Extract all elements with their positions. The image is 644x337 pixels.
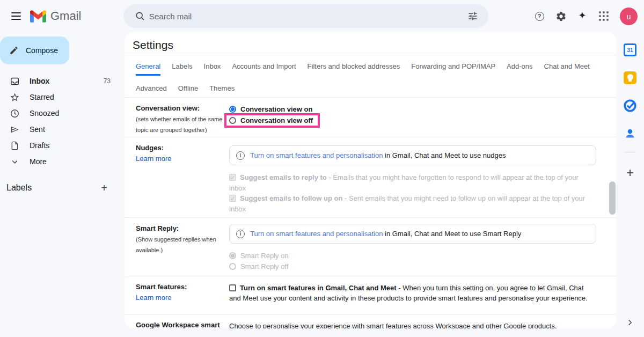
conversation-view-off-option-highlighted[interactable]: Conversation view off bbox=[224, 113, 320, 128]
search-bar[interactable] bbox=[123, 4, 488, 28]
file-icon bbox=[10, 141, 20, 151]
radio-unselected-disabled-icon bbox=[229, 263, 236, 270]
labels-heading: Labels bbox=[6, 183, 32, 193]
send-icon bbox=[10, 124, 20, 135]
settings-header: Settings bbox=[125, 32, 616, 55]
info-icon bbox=[236, 151, 245, 160]
sidebar-item-drafts[interactable]: Drafts bbox=[0, 137, 125, 153]
workspace-smart-label: Google Workspace smart bbox=[136, 321, 225, 328]
tab-forwarding-and-pop-imap[interactable]: Forwarding and POP/IMAP bbox=[411, 62, 495, 76]
gmail-wordmark: Gmail bbox=[50, 9, 81, 23]
suggest-followup-option: Suggest emails to follow up on - Sent em… bbox=[229, 193, 596, 214]
checkbox-unchecked-icon[interactable] bbox=[229, 284, 236, 291]
settings-gear-icon[interactable] bbox=[552, 7, 570, 25]
conversation-view-on-label: Conversation view on bbox=[240, 105, 312, 113]
tab-general[interactable]: General bbox=[136, 62, 160, 76]
tab-inbox[interactable]: Inbox bbox=[204, 62, 221, 76]
suggest-reply-option: Suggest emails to reply to - Emails that… bbox=[229, 172, 596, 193]
radio-selected-disabled-icon bbox=[229, 252, 236, 259]
conversation-view-description: (sets whether emails of the same topic a… bbox=[136, 114, 225, 135]
tab-offline[interactable]: Offline bbox=[178, 84, 198, 96]
tab-labels[interactable]: Labels bbox=[172, 62, 192, 76]
radio-unselected-icon[interactable] bbox=[229, 117, 236, 124]
sidebar-item-label: Sent bbox=[30, 125, 45, 134]
tasks-icon[interactable] bbox=[620, 96, 640, 115]
keep-icon[interactable] bbox=[620, 68, 640, 87]
conversation-view-off-label: Conversation view off bbox=[240, 116, 313, 124]
banner-text: in Gmail, Chat and Meet to use nudges bbox=[383, 151, 506, 159]
checkbox-checked-disabled-icon bbox=[229, 174, 236, 181]
smart-reply-description: (Show suggested replies when available.) bbox=[136, 234, 225, 255]
contacts-icon[interactable] bbox=[620, 124, 640, 143]
smart-reply-smart-features-banner: Turn on smart features and personalisati… bbox=[229, 224, 596, 244]
chevron-down-icon bbox=[10, 157, 20, 167]
vertical-scrollbar[interactable] bbox=[609, 181, 616, 215]
chevron-right-icon[interactable] bbox=[622, 314, 638, 331]
clock-icon bbox=[10, 108, 20, 119]
tab-themes[interactable]: Themes bbox=[209, 84, 235, 96]
smart-features-label: Smart features: bbox=[136, 283, 225, 291]
gemini-sparkle-icon[interactable] bbox=[573, 7, 591, 25]
compose-button[interactable]: Compose bbox=[0, 36, 69, 64]
account-avatar[interactable]: u bbox=[620, 8, 638, 25]
page-title: Settings bbox=[133, 39, 616, 52]
compose-label: Compose bbox=[26, 46, 58, 55]
tab-advanced[interactable]: Advanced bbox=[136, 84, 167, 96]
right-side-panel: 31 + bbox=[616, 32, 644, 337]
sidebar-item-starred[interactable]: Starred bbox=[0, 89, 125, 105]
left-sidebar: Compose Inbox 73 Starred Snoozed Sent Dr… bbox=[0, 32, 125, 337]
smart-reply-label: Smart Reply: bbox=[136, 224, 225, 232]
gmail-m-icon bbox=[30, 10, 46, 23]
search-input[interactable] bbox=[149, 12, 463, 21]
turn-on-smart-features-link[interactable]: Turn on smart features and personalisati… bbox=[250, 151, 383, 159]
google-apps-grid-icon[interactable] bbox=[595, 7, 613, 25]
sidebar-item-label: Starred bbox=[30, 93, 54, 101]
create-label-plus-icon[interactable]: + bbox=[98, 181, 111, 194]
sidebar-item-sent[interactable]: Sent bbox=[0, 121, 125, 137]
smart-reply-off-option-disabled: Smart Reply off bbox=[229, 261, 596, 272]
tab-add-ons[interactable]: Add-ons bbox=[507, 62, 532, 76]
top-bar: Gmail u bbox=[0, 0, 644, 32]
sidebar-item-label: Snoozed bbox=[30, 109, 59, 118]
info-icon bbox=[236, 230, 245, 238]
nudges-label: Nudges: bbox=[136, 144, 225, 152]
setting-row-smart-reply: Smart Reply: (Show suggested replies whe… bbox=[125, 218, 616, 276]
rail-divider bbox=[624, 152, 636, 152]
conversation-view-label: Conversation view: bbox=[136, 104, 225, 112]
setting-row-nudges: Nudges: Learn more Turn on smart feature… bbox=[125, 137, 616, 218]
setting-row-conversation-view: Conversation view: (sets whether emails … bbox=[125, 98, 616, 137]
setting-row-smart-features: Smart features: Learn more Turn on smart… bbox=[125, 276, 616, 314]
sidebar-item-more[interactable]: More bbox=[0, 153, 125, 170]
checkbox-checked-disabled-icon bbox=[229, 195, 236, 202]
tab-filters-and-blocked-addresses[interactable]: Filters and blocked addresses bbox=[308, 62, 400, 76]
tab-accounts-and-import[interactable]: Accounts and Import bbox=[232, 62, 296, 76]
search-icon[interactable] bbox=[131, 7, 149, 25]
mailbox-nav: Inbox 73 Starred Snoozed Sent Drafts Mor… bbox=[0, 73, 125, 170]
sidebar-item-snoozed[interactable]: Snoozed bbox=[0, 105, 125, 121]
workspace-smart-text: Choose to personalise your experience wi… bbox=[229, 321, 596, 328]
nudges-options-disabled: Suggest emails to reply to - Emails that… bbox=[229, 172, 596, 214]
turn-on-smart-features-link[interactable]: Turn on smart features and personalisati… bbox=[250, 230, 383, 238]
nudges-smart-features-banner: Turn on smart features and personalisati… bbox=[229, 145, 596, 165]
main-menu-icon[interactable] bbox=[4, 4, 28, 28]
gmail-logo[interactable]: Gmail bbox=[30, 9, 81, 23]
search-options-icon[interactable] bbox=[463, 6, 483, 26]
radio-selected-icon[interactable] bbox=[229, 106, 236, 113]
pencil-icon bbox=[9, 46, 19, 55]
star-icon bbox=[10, 92, 20, 102]
banner-text: in Gmail, Chat and Meet to use Smart Rep… bbox=[383, 230, 521, 238]
inbox-unread-count: 73 bbox=[104, 77, 111, 85]
inbox-icon bbox=[10, 76, 20, 86]
smart-features-learn-more-link[interactable]: Learn more bbox=[136, 294, 171, 302]
setting-row-workspace-smart: Google Workspace smart Choose to persona… bbox=[125, 314, 616, 328]
help-icon[interactable] bbox=[530, 7, 548, 25]
nudges-learn-more-link[interactable]: Learn more bbox=[136, 155, 171, 163]
sidebar-item-label: Inbox bbox=[30, 77, 49, 85]
sidebar-item-label: More bbox=[30, 157, 47, 166]
get-add-ons-plus-icon[interactable]: + bbox=[620, 163, 640, 182]
labels-section-header: Labels + bbox=[0, 181, 125, 194]
tab-chat-and-meet[interactable]: Chat and Meet bbox=[544, 62, 590, 76]
calendar-icon[interactable]: 31 bbox=[620, 40, 640, 60]
sidebar-item-inbox[interactable]: Inbox 73 bbox=[0, 73, 125, 89]
smart-reply-on-option-disabled: Smart Reply on bbox=[229, 251, 596, 261]
